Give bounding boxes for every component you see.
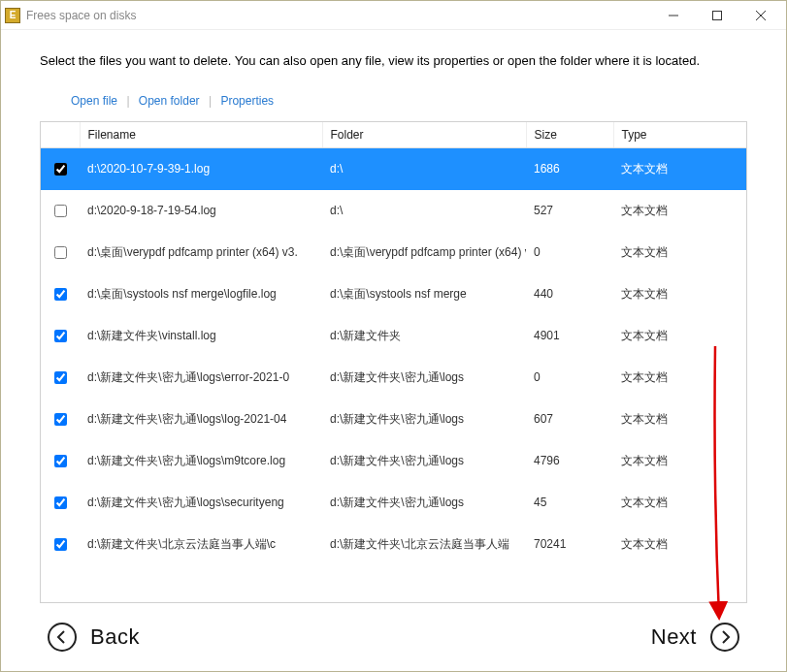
- row-checkbox[interactable]: [54, 163, 67, 176]
- cell-size: 4796: [526, 440, 613, 482]
- cell-filename: d:\新建文件夹\vinstall.log: [80, 315, 322, 357]
- row-checkbox[interactable]: [54, 205, 67, 217]
- row-checkbox[interactable]: [54, 413, 67, 426]
- minimize-icon: [669, 11, 678, 20]
- row-checkbox[interactable]: [54, 538, 67, 551]
- table-row[interactable]: d:\桌面\systools nsf merge\logfile.logd:\桌…: [41, 273, 746, 315]
- row-checkbox[interactable]: [54, 496, 67, 509]
- close-button[interactable]: [738, 2, 782, 29]
- minimize-button[interactable]: [651, 2, 695, 29]
- file-table-scroll[interactable]: Filename Folder Size Type d:\2020-10-7-9…: [41, 122, 746, 603]
- row-checkbox[interactable]: [54, 330, 67, 342]
- back-label: Back: [90, 624, 140, 650]
- cell-filename: d:\2020-9-18-7-19-54.log: [80, 190, 322, 232]
- arrow-right-icon: [710, 623, 739, 652]
- cell-folder: d:\新建文件夹\密九通\logs: [322, 482, 526, 524]
- cell-size: 45: [526, 482, 613, 524]
- next-label: Next: [651, 624, 697, 650]
- cell-size: 4901: [526, 315, 613, 357]
- cell-type: 文本文档: [613, 190, 746, 232]
- app-icon: E: [5, 8, 20, 23]
- separator: |: [209, 94, 212, 108]
- cell-folder: d:\: [322, 147, 526, 190]
- maximize-icon: [712, 11, 722, 20]
- window-title: Frees space on disks: [26, 9, 136, 22]
- column-checkbox[interactable]: [41, 122, 80, 148]
- properties-link[interactable]: Properties: [220, 94, 274, 108]
- column-type[interactable]: Type: [613, 122, 746, 148]
- cell-folder: d:\新建文件夹\北京云法庭当事人端: [322, 524, 526, 565]
- cell-filename: d:\桌面\systools nsf merge\logfile.log: [80, 273, 322, 315]
- cell-size: 0: [526, 232, 613, 273]
- cell-filename: d:\桌面\verypdf pdfcamp printer (x64) v3.: [80, 232, 322, 273]
- cell-type: 文本文档: [613, 440, 746, 482]
- back-button[interactable]: Back: [48, 623, 140, 652]
- cell-folder: d:\新建文件夹\密九通\logs: [322, 399, 526, 440]
- row-checkbox[interactable]: [54, 371, 67, 384]
- close-icon: [756, 11, 766, 20]
- cell-type: 文本文档: [613, 315, 746, 357]
- open-folder-link[interactable]: Open folder: [139, 94, 200, 108]
- cell-size: 607: [526, 399, 613, 440]
- column-size[interactable]: Size: [526, 122, 613, 148]
- row-checkbox[interactable]: [54, 246, 67, 259]
- cell-folder: d:\桌面\verypdf pdfcamp printer (x64) v3.0: [322, 232, 526, 273]
- cell-folder: d:\新建文件夹\密九通\logs: [322, 440, 526, 482]
- row-checkbox[interactable]: [54, 455, 67, 467]
- table-row[interactable]: d:\新建文件夹\密九通\logs\securityengd:\新建文件夹\密九…: [41, 482, 746, 524]
- separator: |: [126, 94, 129, 108]
- footer-nav: Back Next: [1, 603, 786, 671]
- table-row[interactable]: d:\新建文件夹\密九通\logs\m9tcore.logd:\新建文件夹\密九…: [41, 440, 746, 482]
- cell-type: 文本文档: [613, 273, 746, 315]
- cell-size: 1686: [526, 147, 613, 190]
- cell-type: 文本文档: [613, 524, 746, 565]
- table-row[interactable]: d:\2020-9-18-7-19-54.logd:\527文本文档: [41, 190, 746, 232]
- cell-folder: d:\新建文件夹\密九通\logs: [322, 357, 526, 399]
- titlebar: E Frees space on disks: [1, 1, 786, 30]
- row-checkbox[interactable]: [54, 288, 67, 301]
- table-row[interactable]: d:\2020-10-7-9-39-1.logd:\1686文本文档: [41, 147, 746, 190]
- next-button[interactable]: Next: [651, 623, 739, 652]
- cell-size: 527: [526, 190, 613, 232]
- table-row[interactable]: d:\新建文件夹\密九通\logs\log-2021-04d:\新建文件夹\密九…: [41, 399, 746, 440]
- cell-type: 文本文档: [613, 399, 746, 440]
- content-area: Select the files you want to delete. You…: [1, 30, 786, 603]
- arrow-left-icon: [48, 623, 77, 652]
- cell-type: 文本文档: [613, 357, 746, 399]
- instruction-text: Select the files you want to delete. You…: [40, 51, 747, 71]
- cell-filename: d:\新建文件夹\北京云法庭当事人端\c: [80, 524, 322, 565]
- svg-rect-1: [712, 11, 721, 19]
- cell-size: 0: [526, 357, 613, 399]
- cell-filename: d:\2020-10-7-9-39-1.log: [80, 147, 322, 190]
- cell-filename: d:\新建文件夹\密九通\logs\securityeng: [80, 482, 322, 524]
- table-row[interactable]: d:\新建文件夹\vinstall.logd:\新建文件夹4901文本文档: [41, 315, 746, 357]
- cell-folder: d:\新建文件夹: [322, 315, 526, 357]
- cell-filename: d:\新建文件夹\密九通\logs\log-2021-04: [80, 399, 322, 440]
- column-filename[interactable]: Filename: [80, 122, 322, 148]
- cell-size: 70241: [526, 524, 613, 565]
- cell-type: 文本文档: [613, 147, 746, 190]
- cell-filename: d:\新建文件夹\密九通\logs\m9tcore.log: [80, 440, 322, 482]
- cell-folder: d:\桌面\systools nsf merge: [322, 273, 526, 315]
- cell-folder: d:\: [322, 190, 526, 232]
- table-row[interactable]: d:\新建文件夹\北京云法庭当事人端\cd:\新建文件夹\北京云法庭当事人端70…: [41, 524, 746, 565]
- maximize-button[interactable]: [695, 2, 738, 29]
- column-folder[interactable]: Folder: [322, 122, 526, 148]
- action-links: Open file | Open folder | Properties: [71, 94, 747, 108]
- app-window: E Frees space on disks Select the files …: [0, 0, 787, 672]
- cell-filename: d:\新建文件夹\密九通\logs\error-2021-0: [80, 357, 322, 399]
- cell-size: 440: [526, 273, 613, 315]
- cell-type: 文本文档: [613, 482, 746, 524]
- table-row[interactable]: d:\桌面\verypdf pdfcamp printer (x64) v3.d…: [41, 232, 746, 273]
- cell-type: 文本文档: [613, 232, 746, 273]
- table-row[interactable]: d:\新建文件夹\密九通\logs\error-2021-0d:\新建文件夹\密…: [41, 357, 746, 399]
- file-table-container: Filename Folder Size Type d:\2020-10-7-9…: [40, 121, 747, 604]
- file-table: Filename Folder Size Type d:\2020-10-7-9…: [41, 122, 746, 565]
- open-file-link[interactable]: Open file: [71, 94, 117, 108]
